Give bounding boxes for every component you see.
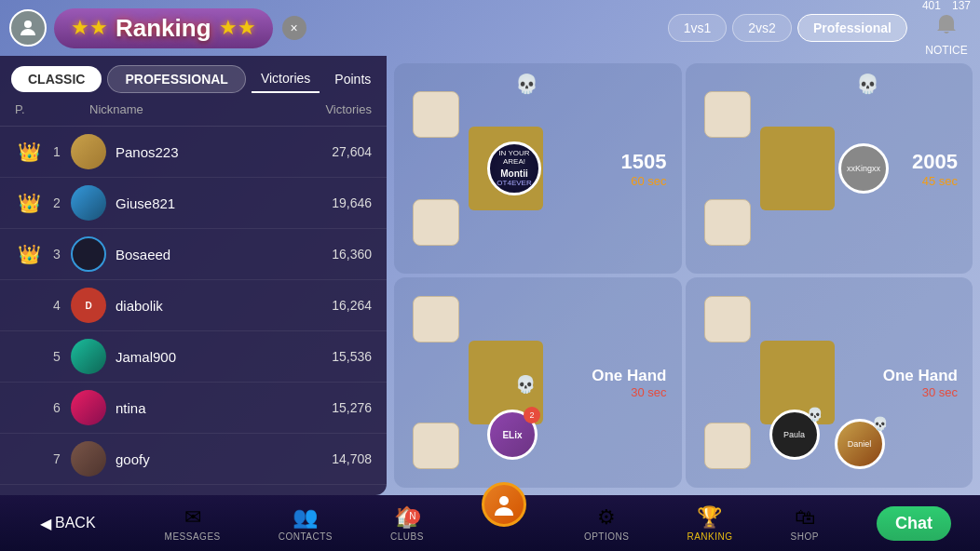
tab-2vs2[interactable]: 2vs2 [732,14,792,42]
top-buttons: 1vs1 2vs2 Professional [668,14,907,42]
skull-icon-daniel: 💀 [872,416,888,431]
nav-ranking[interactable]: 🏆 RANKING [687,505,732,542]
back-label: BACK [55,515,96,531]
nav-shop[interactable]: 🛍 SHOP [791,505,819,542]
chair-tl-2 [413,199,459,246]
score-time-2: 45 sec [912,174,958,188]
close-button[interactable]: × [282,16,306,40]
player-victories-6: 15,276 [297,400,372,415]
rank-num-6: 6 [43,400,71,415]
player-victories-2: 19,646 [297,195,372,210]
tab-classic[interactable]: CLASSIC [11,66,102,92]
notice-counts: 401 137 [922,0,971,12]
rank-icon-3: 👑 [15,243,43,265]
one-hand-time-2: 30 sec [883,385,958,399]
table-row[interactable]: 👑 1 Panos223 27,604 [0,127,387,178]
game-area: IN YOURAREA! Montii OT4EVER 💀 1505 60 se… [387,56,980,495]
elix-badge: 2 [524,407,540,423]
top-bar: ★ ★ Ranking ★ ★ × 1vs1 2vs2 Professional… [0,0,980,56]
player-chip-xxkingxx[interactable]: xxKingxx [838,143,889,194]
subtab-victories[interactable]: Victories [252,65,320,93]
player-victories-3: 16,360 [297,247,372,262]
game-table-2[interactable]: xxKingxx 💀 2005 45 sec [686,63,973,274]
player-name-4: diabolik [116,298,297,314]
svg-point-1 [499,496,509,505]
game-label-1: One Hand 30 sec [592,367,666,399]
center-avatar[interactable] [482,482,526,527]
score-value-1: 1505 [621,150,667,174]
player-name-1: Panos223 [116,144,297,160]
chair-tl-1 [413,91,459,138]
player-victories-1: 27,604 [297,144,372,159]
avatar-7 [71,441,106,477]
skull-icon-paula: 💀 [807,407,823,422]
chat-button[interactable]: Chat [877,506,951,541]
ranking-label: RANKING [687,531,732,542]
score-value-2: 2005 [912,150,958,174]
user-avatar[interactable] [9,9,47,47]
player-name-2: Giuse821 [116,195,297,211]
table-row[interactable]: 7 goofy 14,708 [0,434,387,485]
player-name-3: Bosaeed [116,247,297,262]
contacts-label: CONTACTS [279,531,333,542]
player-chip-elix[interactable]: ELix 2 [487,410,538,460]
tab-1vs1[interactable]: 1vs1 [668,14,728,42]
notice-icon[interactable] [933,12,960,44]
center-avatar-wrap[interactable] [482,501,526,527]
svg-point-0 [24,20,32,28]
game-table-4[interactable]: Paula 💀 Daniel 💀 One Hand 30 sec [686,277,973,488]
back-button[interactable]: ◀ BACK [29,511,107,536]
paula-name: Paula [783,430,805,439]
clubs-badge: N [405,509,420,524]
notice-count2: 137 [952,0,971,12]
game-score-1: 1505 60 sec [621,150,667,188]
elix-name: ELix [502,430,522,440]
nav-contacts[interactable]: 👥 CONTACTS [279,505,333,542]
player-list: 👑 1 Panos223 27,604 👑 2 Giuse821 19,646 … [0,127,387,495]
table-header: P. Nickname Victories [0,93,387,127]
table-row[interactable]: 6 ntina 15,276 [0,383,387,434]
tab-professional[interactable]: Professional [797,14,907,42]
notice-area: 401 137 NOTICE [922,0,971,57]
player-chip-daniel[interactable]: Daniel 💀 [835,419,885,469]
rank-num-2: 2 [43,195,71,210]
nav-clubs[interactable]: 🏠 CLUBS N [390,505,424,542]
player-victories-7: 14,708 [297,451,372,466]
tab-professional-ranking[interactable]: PROFESSIONAL [107,65,245,93]
table-row[interactable]: 5 Jamal900 15,536 [0,331,387,383]
avatar-1 [71,134,106,169]
game-label-2: One Hand 30 sec [883,367,958,399]
table-row[interactable]: 4 D diabolik 16,264 [0,280,387,331]
game-table-3[interactable]: ELix 2 💀 One Hand 30 sec [394,277,682,488]
montii-tag: OT4EVER [497,179,531,187]
nav-messages[interactable]: ✉ MESSAGES [165,505,221,542]
ranking-panel: CLASSIC PROFESSIONAL Victories Points P.… [0,56,387,495]
skull-icon-3: 💀 [515,374,536,395]
in-your-area-text: IN YOURAREA! [498,150,529,167]
table-row[interactable]: 👑 3 Bosaeed 16,360 [0,229,387,280]
rank-num-3: 3 [43,247,71,262]
tab-row: CLASSIC PROFESSIONAL Victories Points [0,56,387,93]
skull-icon-1: 💀 [515,73,538,95]
player-name-6: ntina [116,400,297,416]
subtab-points[interactable]: Points [325,66,380,92]
notice-count1: 401 [922,0,941,12]
col-header-nickname: Nickname [43,102,297,116]
player-name-7: goofy [116,451,297,467]
avatar-2 [71,185,106,221]
messages-label: MESSAGES [165,531,221,542]
player-victories-5: 15,536 [297,349,372,364]
chair-br-1 [704,296,751,343]
rank-num-7: 7 [43,451,71,466]
clubs-label: CLUBS [390,531,424,542]
rank-num-4: 4 [43,298,71,313]
avatar-4: D [71,288,106,323]
game-table-1[interactable]: IN YOURAREA! Montii OT4EVER 💀 1505 60 se… [394,63,682,274]
table-row[interactable]: 👑 2 Giuse821 19,646 [0,178,387,229]
player-chip-paula[interactable]: Paula 💀 [769,410,820,460]
messages-icon: ✉ [184,505,201,530]
star-right-icon: ★ [219,16,238,40]
nav-options[interactable]: ⚙ OPTIONS [584,505,630,542]
options-icon: ⚙ [597,505,616,530]
player-chip-montii[interactable]: IN YOURAREA! Montii OT4EVER [487,141,541,195]
